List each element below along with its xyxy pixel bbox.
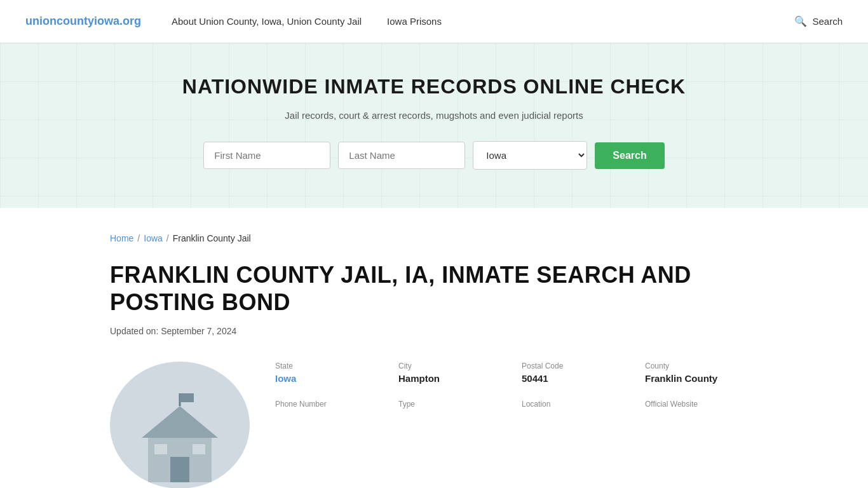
type-label: Type [398,400,512,409]
svg-rect-4 [180,393,194,402]
state-value[interactable]: Iowa [275,373,296,384]
detail-website: Official Website [645,400,758,411]
page-title: FRANKLIN COUNTY JAIL, IA, INMATE SEARCH … [110,261,758,316]
detail-type: Type [398,400,512,411]
hero-subtitle: Jail records, court & arrest records, mu… [13,110,855,121]
detail-state: State Iowa [275,362,388,384]
svg-rect-2 [170,457,189,482]
detail-county: County Franklin County [645,362,758,384]
hero-banner: NATIONWIDE INMATE RECORDS ONLINE CHECK J… [0,43,868,208]
detail-location: Location [522,400,635,411]
last-name-input[interactable] [338,142,465,169]
breadcrumb: Home / Iowa / Franklin County Jail [110,233,758,243]
details-grid: State Iowa City Hampton Postal Code 5044… [275,362,758,411]
detail-phone: Phone Number [275,400,388,411]
website-label: Official Website [645,400,758,409]
facility-details: State Iowa City Hampton Postal Code 5044… [275,362,758,411]
facility-section: State Iowa City Hampton Postal Code 5044… [110,362,758,488]
navbar-link-about[interactable]: About Union County, Iowa, Union County J… [172,16,362,27]
state-label: State [275,362,388,370]
county-label: County [645,362,758,370]
postal-value: 50441 [522,373,548,384]
navbar-search[interactable]: 🔍 Search [794,15,843,27]
updated-text: Updated on: September 7, 2024 [110,326,758,336]
svg-rect-6 [193,444,205,454]
breadcrumb-sep-1: / [137,233,140,243]
city-label: City [398,362,512,370]
svg-rect-5 [154,444,167,454]
hero-form: Iowa Alabama Alaska Arizona Arkansas Cal… [13,141,855,170]
search-icon: 🔍 [794,15,807,27]
navbar-search-label: Search [812,16,843,27]
postal-label: Postal Code [522,362,635,370]
detail-city: City Hampton [398,362,512,384]
breadcrumb-home[interactable]: Home [110,233,133,243]
location-label: Location [522,400,635,409]
main-content: Home / Iowa / Franklin County Jail FRANK… [85,208,783,488]
city-value: Hampton [398,373,440,384]
detail-postal: Postal Code 50441 [522,362,635,384]
county-value: Franklin County [645,373,717,384]
phone-label: Phone Number [275,400,388,409]
navbar-brand[interactable]: unioncountyiowa.org [25,15,141,28]
breadcrumb-iowa[interactable]: Iowa [144,233,163,243]
navbar-link-prisons[interactable]: Iowa Prisons [387,16,442,27]
svg-marker-1 [142,406,218,438]
navbar: unioncountyiowa.org About Union County, … [0,0,868,43]
breadcrumb-sep-2: / [166,233,169,243]
search-button[interactable]: Search [595,142,664,169]
hero-title: NATIONWIDE INMATE RECORDS ONLINE CHECK [13,75,855,98]
facility-image [110,362,250,488]
state-select[interactable]: Iowa Alabama Alaska Arizona Arkansas Cal… [473,141,587,170]
navbar-links: About Union County, Iowa, Union County J… [172,16,794,27]
first-name-input[interactable] [203,142,330,169]
breadcrumb-current: Franklin County Jail [173,233,251,243]
